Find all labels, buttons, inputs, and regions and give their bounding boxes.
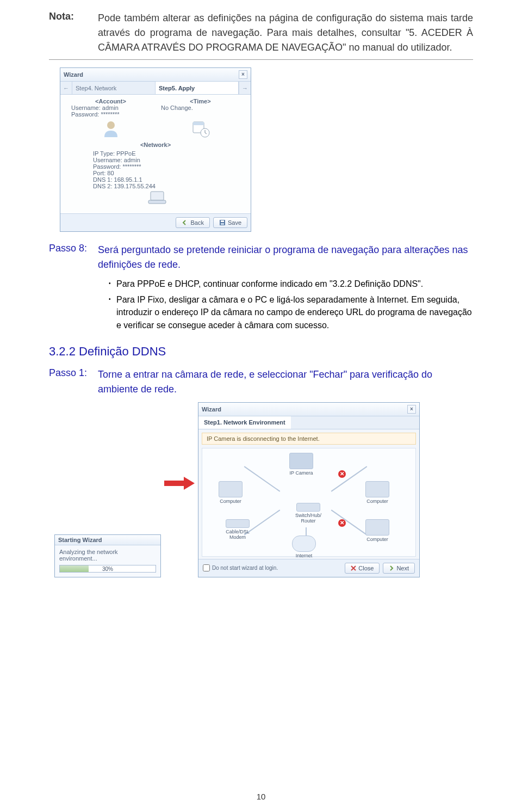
tab-step5-apply[interactable]: Step5. Apply bbox=[156, 82, 239, 94]
wizard2-row: Starting Wizard Analyzing the network en… bbox=[54, 402, 473, 577]
close-icon[interactable]: × bbox=[239, 70, 247, 79]
account-password: Password: ******** bbox=[71, 111, 150, 118]
checkbox-input[interactable] bbox=[203, 564, 210, 571]
red-arrow-icon bbox=[164, 478, 195, 489]
checkbox-label: Do not start wizard at login. bbox=[212, 565, 278, 571]
wizard-network-environment: Wizard × Step1. Network Environment IP C… bbox=[198, 402, 420, 577]
calendar-clock-icon bbox=[191, 119, 210, 138]
disconnect-x-icon: ✕ bbox=[338, 470, 346, 478]
tab-step1-network-env[interactable]: Step1. Network Environment bbox=[198, 416, 291, 429]
tab-step4-network[interactable]: Step4. Network bbox=[72, 82, 156, 94]
svg-rect-4 bbox=[151, 192, 164, 200]
passo-1-label: Passo 1: bbox=[49, 367, 98, 397]
passo-8-label: Passo 8: bbox=[49, 243, 98, 335]
save-button[interactable]: Save bbox=[213, 217, 247, 228]
account-heading: <Account> bbox=[71, 98, 150, 104]
svg-rect-8 bbox=[221, 223, 224, 225]
wizard2-title: Wizard bbox=[202, 406, 221, 413]
internet-cloud-icon bbox=[292, 536, 316, 552]
divider bbox=[49, 59, 473, 60]
passo-8-bullet-2: Para IP Fixo, desligar a câmara e o PC e… bbox=[109, 293, 473, 331]
ip-camera-icon bbox=[289, 453, 313, 469]
passo-8-bullet-1: Para PPPoE e DHCP, continuar conforme in… bbox=[109, 278, 473, 290]
diagram-label-computer: Computer bbox=[219, 499, 243, 504]
svg-rect-5 bbox=[148, 200, 166, 204]
diagram-label-internet: Internet bbox=[292, 553, 316, 558]
diagram-label-switch: Switch/Hub/ Router bbox=[289, 513, 327, 524]
network-username: Username: admin bbox=[93, 157, 240, 163]
time-heading: <Time> bbox=[161, 98, 240, 104]
svg-point-0 bbox=[107, 121, 115, 129]
next-button[interactable]: Next bbox=[383, 563, 415, 574]
network-port: Port: 80 bbox=[93, 170, 240, 176]
close-icon[interactable]: × bbox=[407, 405, 416, 414]
note-block: Nota: Pode também alterar as definições … bbox=[49, 11, 473, 55]
save-disk-icon bbox=[219, 219, 226, 226]
network-iptype: IP Type: PPPoE bbox=[93, 150, 240, 157]
diagram-label-modem: Cable/DSL Modem bbox=[219, 529, 257, 540]
computer-icon bbox=[365, 481, 389, 497]
time-value: No Change. bbox=[161, 104, 240, 111]
user-icon bbox=[101, 119, 121, 138]
prev-arrow-icon[interactable]: ← bbox=[60, 82, 72, 94]
diagram-label-computer: Computer bbox=[365, 499, 389, 504]
network-password: Password: ******** bbox=[93, 163, 240, 170]
page-number: 10 bbox=[0, 792, 522, 801]
next-arrow-icon[interactable]: → bbox=[239, 82, 251, 94]
do-not-start-checkbox[interactable]: Do not start wizard at login. bbox=[203, 564, 278, 571]
network-heading: <Network> bbox=[71, 142, 240, 148]
wizard-step5-apply: Wizard × ← Step4. Network Step5. Apply →… bbox=[60, 67, 251, 232]
save-button-label: Save bbox=[228, 219, 241, 226]
modem-icon bbox=[226, 519, 250, 528]
passo-8-text: Será perguntado se pretende reiniciar o … bbox=[98, 244, 468, 270]
disconnect-x-icon: ✕ bbox=[338, 519, 346, 527]
wizard2-banner: IP Camera is disconnecting to the Intern… bbox=[202, 433, 416, 445]
close-x-icon bbox=[351, 565, 356, 571]
progress-bar: 30% bbox=[59, 565, 156, 573]
diagram-label-computer: Computer bbox=[365, 537, 389, 542]
diagram-label-ipcamera: IP Camera bbox=[289, 470, 313, 476]
starting-wizard-title: Starting Wizard bbox=[55, 535, 160, 545]
note-label: Nota: bbox=[49, 11, 98, 55]
back-button-label: Back bbox=[190, 219, 203, 226]
back-button[interactable]: Back bbox=[176, 217, 209, 228]
next-button-label: Next bbox=[396, 565, 409, 571]
wizard-steps: ← Step4. Network Step5. Apply → bbox=[60, 82, 251, 95]
computer-icon bbox=[147, 190, 167, 206]
starting-wizard-panel: Starting Wizard Analyzing the network en… bbox=[54, 534, 161, 577]
network-diagram: ✕ ✕ IP Camera Computer Computer Cable/DS… bbox=[202, 448, 416, 557]
network-dns1: DNS 1: 168.95.1.1 bbox=[93, 176, 240, 183]
passo-1-text: Torne a entrar na câmara de rede, e sele… bbox=[98, 367, 473, 397]
wizard-title: Wizard bbox=[64, 71, 83, 78]
computer-icon bbox=[365, 519, 389, 536]
passo-8-block: Passo 8: Será perguntado se pretende rei… bbox=[49, 243, 473, 335]
network-dns2: DNS 2: 139.175.55.244 bbox=[93, 183, 240, 189]
passo-1-block: Passo 1: Torne a entrar na câmara de red… bbox=[49, 367, 473, 397]
progress-percent: 30% bbox=[60, 565, 156, 572]
switch-icon bbox=[296, 503, 320, 512]
account-username: Username: admin bbox=[71, 104, 150, 111]
close-button-label: Close bbox=[358, 565, 374, 571]
note-text: Pode também alterar as definições na pág… bbox=[98, 11, 473, 55]
computer-icon bbox=[219, 481, 243, 497]
svg-rect-2 bbox=[193, 122, 204, 125]
back-arrow-icon bbox=[182, 219, 188, 226]
close-button[interactable]: Close bbox=[345, 563, 380, 574]
next-arrow-icon bbox=[389, 565, 394, 571]
svg-rect-7 bbox=[221, 220, 224, 222]
starting-wizard-message: Analyzing the network environment... bbox=[59, 549, 156, 562]
section-3-2-2-heading: 3.2.2 Definição DDNS bbox=[49, 345, 473, 359]
